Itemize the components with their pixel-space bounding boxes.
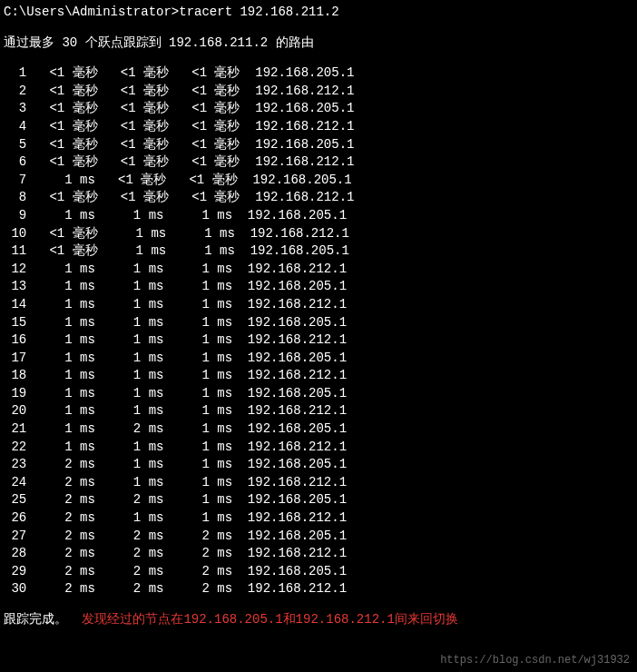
hop-row: 15 1 ms 1 ms 1 ms 192.168.205.1 [4,314,633,332]
hop-row: 14 1 ms 1 ms 1 ms 192.168.212.1 [4,296,633,314]
hop-row: 21 1 ms 2 ms 1 ms 192.168.205.1 [4,420,633,439]
hop-row: 19 1 ms 1 ms 1 ms 192.168.205.1 [4,385,633,403]
trace-header: 通过最多 30 个跃点跟踪到 192.168.211.2 的路由 [4,35,633,53]
hop-row: 7 1 ms <1 毫秒 <1 毫秒 192.168.205.1 [4,172,633,190]
hop-row: 29 2 ms 2 ms 2 ms 192.168.205.1 [4,563,633,581]
command-prompt: C:\Users\Administrator>tracert 192.168.2… [4,4,633,22]
hop-list: 1 <1 毫秒 <1 毫秒 <1 毫秒 192.168.205.1 2 <1 毫… [4,64,633,598]
hop-row: 25 2 ms 2 ms 1 ms 192.168.205.1 [4,491,633,509]
hop-row: 27 2 ms 2 ms 2 ms 192.168.205.1 [4,528,633,546]
hop-row: 13 1 ms 1 ms 1 ms 192.168.205.1 [4,278,633,296]
hop-row: 8 <1 毫秒 <1 毫秒 <1 毫秒 192.168.212.1 [4,189,633,207]
hop-row: 20 1 ms 1 ms 1 ms 192.168.212.1 [4,402,633,420]
hop-row: 24 2 ms 1 ms 1 ms 192.168.212.1 [4,474,633,492]
hop-row: 5 <1 毫秒 <1 毫秒 <1 毫秒 192.168.205.1 [4,136,633,154]
complete-text: 跟踪完成。 [4,612,67,627]
hop-row: 2 <1 毫秒 <1 毫秒 <1 毫秒 192.168.212.1 [4,83,633,101]
hop-row: 17 1 ms 1 ms 1 ms 192.168.205.1 [4,350,633,368]
hop-row: 3 <1 毫秒 <1 毫秒 <1 毫秒 192.168.205.1 [4,100,633,118]
hop-row: 4 <1 毫秒 <1 毫秒 <1 毫秒 192.168.212.1 [4,118,633,136]
hop-row: 11 <1 毫秒 1 ms 1 ms 192.168.205.1 [4,242,633,261]
hop-row: 6 <1 毫秒 <1 毫秒 <1 毫秒 192.168.212.1 [4,153,633,172]
annotation-text: 发现经过的节点在192.168.205.1和192.168.212.1间来回切换 [82,612,457,627]
hop-row: 18 1 ms 1 ms 1 ms 192.168.212.1 [4,367,633,385]
hop-row: 23 2 ms 1 ms 1 ms 192.168.205.1 [4,456,633,474]
hop-row: 1 <1 毫秒 <1 毫秒 <1 毫秒 192.168.205.1 [4,64,633,83]
hop-row: 9 1 ms 1 ms 1 ms 192.168.205.1 [4,207,633,225]
hop-row: 16 1 ms 1 ms 1 ms 192.168.212.1 [4,331,633,350]
watermark-text: https://blog.csdn.net/wj31932 [440,653,630,668]
hop-row: 26 2 ms 1 ms 1 ms 192.168.212.1 [4,509,633,528]
hop-row: 28 2 ms 2 ms 2 ms 192.168.212.1 [4,545,633,563]
hop-row: 10 <1 毫秒 1 ms 1 ms 192.168.212.1 [4,225,633,243]
hop-row: 30 2 ms 2 ms 2 ms 192.168.212.1 [4,580,633,598]
trace-footer: 跟踪完成。 发现经过的节点在192.168.205.1和192.168.212.… [4,611,633,629]
hop-row: 22 1 ms 1 ms 1 ms 192.168.212.1 [4,439,633,457]
hop-row: 12 1 ms 1 ms 1 ms 192.168.212.1 [4,261,633,279]
